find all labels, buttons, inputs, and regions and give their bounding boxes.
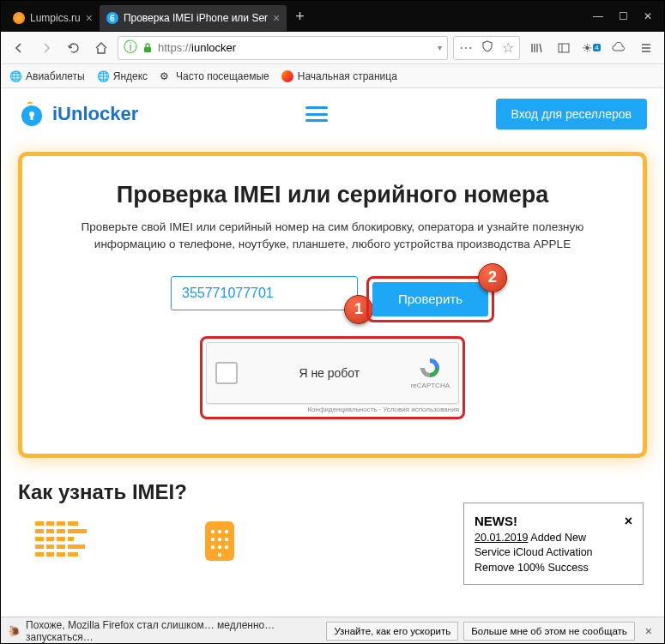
window-controls: — ☐ ✕ (593, 10, 659, 22)
bookmark-frequent[interactable]: ⚙Часто посещаемые (160, 70, 269, 82)
svg-rect-1 (559, 44, 569, 52)
dropdown-icon[interactable]: ▾ (438, 43, 442, 52)
recaptcha-label: Я не робот (248, 366, 411, 380)
browser-toolbar: ⓘ https://iunlocker ▾ ⋯ ☆ ☀4 (1, 32, 664, 64)
tab-lumpics[interactable]: Lumpics.ru × (6, 5, 100, 31)
svg-point-17 (225, 529, 228, 533)
svg-rect-9 (35, 545, 85, 549)
check-button-highlight: Проверить 2 (366, 276, 494, 322)
captcha-highlight: Я не робот reCAPTCHA Конфиденциальность … (200, 336, 465, 419)
site-header: iUnlocker Вход для реселлеров (1, 88, 664, 140)
maximize-icon[interactable]: ☐ (619, 10, 628, 22)
lock-icon (141, 41, 154, 55)
news-box: × NEWS! 20.01.2019 Added New Service iCl… (463, 503, 644, 585)
svg-rect-11 (44, 520, 46, 559)
recaptcha-brand: reCAPTCHA (411, 356, 450, 389)
svg-point-21 (211, 545, 215, 548)
imei-input[interactable] (171, 276, 358, 310)
close-window-icon[interactable]: ✕ (644, 10, 652, 22)
svg-rect-0 (144, 47, 151, 52)
snail-icon: 🐌 (8, 625, 21, 637)
svg-point-15 (211, 529, 215, 533)
menu-icon[interactable] (635, 37, 657, 59)
form-row: 1 Проверить 2 (48, 276, 617, 322)
status-message: 🐌 Похоже, Mozilla Firefox стал слишком… … (8, 619, 321, 643)
svg-point-20 (225, 537, 228, 540)
reseller-login-button[interactable]: Вход для реселлеров (496, 99, 647, 129)
imei-check-panel: Проверка IMEI или серийного номера Прове… (18, 152, 647, 458)
page-title: Проверка IMEI или серийного номера (48, 182, 617, 208)
tab-favicon-iunlocker: 6 (106, 12, 118, 24)
recaptcha-checkbox[interactable] (215, 362, 238, 384)
bookmark-yandex[interactable]: 🌐Яндекс (97, 70, 148, 82)
svg-rect-13 (65, 520, 68, 559)
weather-icon[interactable]: ☀4 (580, 37, 602, 59)
library-icon[interactable] (525, 37, 547, 59)
tab-title: Проверка IMEI iPhone или Ser (124, 12, 268, 24)
svg-point-19 (218, 537, 221, 540)
news-close-icon[interactable]: × (625, 512, 632, 531)
star-icon[interactable]: ☆ (502, 39, 514, 56)
tab-favicon-lumpics (13, 12, 25, 24)
logo-text: iUnlocker (52, 103, 138, 125)
address-bar[interactable]: ⓘ https://iunlocker ▾ (118, 36, 448, 60)
tab-close-icon[interactable]: × (86, 11, 93, 25)
svg-rect-5 (31, 115, 33, 120)
gear-icon: ⚙ (160, 70, 172, 82)
sidebar-icon[interactable] (553, 37, 575, 59)
shield-icon[interactable] (481, 40, 493, 56)
toolbar-right: ⋯ ☆ (453, 36, 520, 60)
cloud-icon[interactable] (608, 37, 630, 59)
news-title: NEWS! (475, 514, 517, 528)
check-button[interactable]: Проверить (372, 282, 488, 316)
bookmark-startpage[interactable]: Начальная страница (281, 70, 397, 82)
recaptcha-terms: Конфиденциальность · Условия использован… (206, 406, 459, 413)
news-date: 20.01.2019 (475, 532, 529, 544)
bookmarks-bar: 🌐Авиабилеты 🌐Яндекс ⚙Часто посещаемые На… (1, 64, 664, 88)
status-speedup-button[interactable]: Узнайте, как его ускорить (326, 622, 458, 641)
page-content: iUnlocker Вход для реселлеров Проверка I… (1, 88, 664, 617)
firefox-icon (281, 70, 293, 82)
recaptcha-logo-icon (418, 356, 442, 380)
back-button[interactable] (8, 37, 30, 59)
forward-button[interactable] (35, 37, 57, 59)
globe-icon: 🌐 (9, 70, 21, 82)
logo-icon (18, 100, 45, 128)
svg-point-18 (211, 537, 215, 540)
site-info-icon[interactable]: ⓘ (124, 41, 137, 55)
section-title: Как узнать IMEI? (18, 480, 647, 504)
new-tab-button[interactable]: + (287, 8, 313, 26)
captcha-row: Я не робот reCAPTCHA Конфиденциальность … (48, 336, 617, 419)
page-subtitle: Проверьте свой IMEI или серийный номер н… (48, 219, 617, 254)
phone-dialpad-icon (198, 520, 241, 563)
browser-statusbar: 🐌 Похоже, Mozilla Firefox стал слишком… … (1, 617, 664, 644)
minimize-icon[interactable]: — (593, 10, 603, 22)
home-button[interactable] (90, 37, 112, 59)
reload-button[interactable] (63, 37, 85, 59)
svg-point-22 (218, 545, 221, 548)
barcode-icon (35, 520, 95, 559)
recaptcha-widget[interactable]: Я не робот reCAPTCHA (206, 342, 459, 404)
svg-point-23 (225, 545, 228, 548)
browser-titlebar: Lumpics.ru × 6 Проверка IMEI iPhone или … (1, 1, 664, 32)
status-close-icon[interactable]: × (640, 624, 657, 638)
hamburger-menu-icon[interactable] (305, 106, 328, 122)
annotation-badge-2: 2 (478, 263, 507, 292)
globe-icon: 🌐 (97, 70, 109, 82)
page-actions-icon[interactable]: ⋯ (459, 39, 473, 56)
svg-point-16 (218, 529, 221, 533)
svg-rect-7 (35, 529, 87, 533)
svg-point-24 (218, 552, 221, 556)
bookmark-aviatickets[interactable]: 🌐Авиабилеты (9, 70, 85, 82)
tab-close-icon[interactable]: × (273, 11, 280, 25)
url-text: https://iunlocker (158, 41, 434, 54)
logo[interactable]: iUnlocker (18, 100, 138, 128)
tab-iunlocker[interactable]: 6 Проверка IMEI iPhone или Ser × (100, 5, 287, 31)
svg-rect-12 (54, 520, 57, 559)
tab-title: Lumpics.ru (30, 12, 81, 24)
status-dismiss-button[interactable]: Больше мне об этом не сообщать (463, 622, 635, 641)
